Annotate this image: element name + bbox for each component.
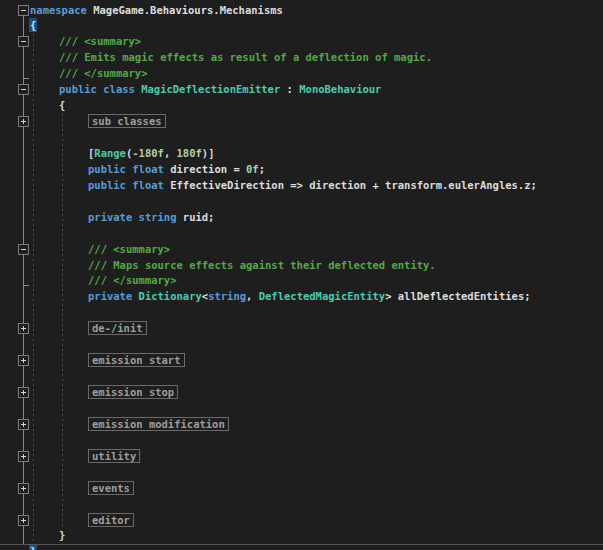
code-token[interactable]: > allDeflectedEntities; (385, 290, 530, 302)
code-line[interactable] (0, 305, 603, 321)
code-token[interactable]: namespace (30, 4, 87, 16)
code-token[interactable]: MonoBehaviour (299, 83, 381, 95)
fold-collapse-icon[interactable] (18, 5, 29, 16)
fold-expand-icon[interactable] (18, 355, 29, 366)
code-line[interactable]: public float EffectiveDirection => direc… (0, 178, 603, 194)
fold-expand-icon[interactable] (18, 515, 29, 526)
collapsed-region-box[interactable]: emission stop (88, 385, 178, 399)
code-line[interactable]: emission stop (0, 385, 603, 401)
code-line[interactable]: { (0, 98, 603, 114)
code-token[interactable]: direction = (170, 163, 246, 175)
code-line[interactable]: /// <summary> (0, 34, 603, 50)
code-line[interactable]: utility (0, 449, 603, 465)
code-token[interactable]: Range (94, 147, 126, 159)
code-token[interactable]: public class (59, 83, 141, 95)
code-token[interactable]: MageGame.Behaviours.Mechanisms (87, 4, 283, 16)
code-token[interactable]: private string (88, 211, 183, 223)
code-line[interactable]: [Range(-180f, 180f)] (0, 146, 603, 162)
fold-collapse-icon[interactable] (18, 84, 29, 95)
code-line[interactable] (0, 465, 603, 481)
code-token[interactable]: public float (88, 179, 170, 191)
code-line[interactable]: private string ruid; (0, 210, 603, 226)
code-line[interactable] (0, 194, 603, 210)
code-token[interactable]: /// Maps source effects against their de… (88, 259, 436, 271)
code-token[interactable]: DeflectedMagicEntity (259, 290, 385, 302)
code-line[interactable]: public class MagicDeflectionEmitter : Mo… (0, 82, 603, 98)
code-line[interactable]: sub classes (0, 114, 603, 130)
code-line[interactable]: private Dictionary<string, DeflectedMagi… (0, 289, 603, 305)
code-line[interactable] (0, 226, 603, 242)
code-token[interactable]: { (59, 99, 65, 111)
code-line[interactable] (0, 369, 603, 385)
code-token[interactable]: public float (88, 163, 170, 175)
code-line[interactable]: emission start (0, 353, 603, 369)
brace-match-token[interactable]: } (29, 544, 37, 550)
code-token[interactable]: ; (259, 163, 265, 175)
code-line[interactable]: emission modification (0, 417, 603, 433)
code-line[interactable]: editor (0, 513, 603, 529)
fold-expand-icon[interactable] (18, 387, 29, 398)
code-line[interactable]: } (0, 528, 603, 544)
code-token[interactable]: , (246, 290, 259, 302)
region-end-stub (24, 78, 29, 79)
code-token[interactable]: 0f (246, 163, 259, 175)
brace-match-token[interactable]: { (29, 18, 37, 32)
code-token[interactable]: -180f (132, 147, 164, 159)
fold-expand-icon[interactable] (18, 451, 29, 462)
code-line[interactable] (0, 401, 603, 417)
code-line[interactable] (0, 497, 603, 513)
code-line[interactable] (0, 433, 603, 449)
code-line[interactable]: public float direction = 0f; (0, 162, 603, 178)
collapsed-region-box[interactable]: emission start (88, 353, 185, 367)
code-line[interactable]: /// </summary> (0, 273, 603, 289)
fold-expand-icon[interactable] (18, 323, 29, 334)
code-line[interactable]: { (0, 18, 603, 34)
code-token[interactable]: , (164, 147, 177, 159)
code-line[interactable]: /// Maps source effects against their de… (0, 258, 603, 274)
code-line[interactable]: namespace MageGame.Behaviours.Mechanisms (0, 3, 603, 19)
collapsed-region-box[interactable]: editor (88, 513, 134, 527)
collapsed-region-box[interactable]: utility (88, 449, 140, 463)
code-token[interactable]: } (59, 529, 65, 541)
code-line[interactable]: /// Emits magic effects as result of a d… (0, 50, 603, 66)
code-token[interactable]: 180f (177, 147, 202, 159)
fold-expand-icon[interactable] (18, 483, 29, 494)
code-token[interactable]: )] (202, 147, 215, 159)
fold-collapse-icon[interactable] (18, 36, 29, 47)
code-token[interactable]: /// </summary> (88, 274, 177, 286)
code-token[interactable]: /// <summary> (59, 35, 141, 47)
fold-collapse-icon[interactable] (18, 244, 29, 255)
code-token[interactable]: : (280, 83, 299, 95)
code-line[interactable] (0, 337, 603, 353)
code-line[interactable]: events (0, 481, 603, 497)
code-line[interactable]: } (0, 544, 603, 550)
fold-expand-icon[interactable] (18, 116, 29, 127)
code-token[interactable]: /// Emits magic effects as result of a d… (59, 51, 432, 63)
code-token[interactable]: EffectiveDirection => direction + transf… (170, 179, 537, 191)
code-text-area[interactable]: namespace MageGame.Behaviours.Mechanisms… (0, 0, 603, 550)
code-token[interactable]: /// </summary> (59, 67, 148, 79)
code-line[interactable]: /// </summary> (0, 66, 603, 82)
collapsed-region-box[interactable]: emission modification (88, 417, 229, 431)
code-editor[interactable]: namespace MageGame.Behaviours.Mechanisms… (0, 0, 603, 550)
code-line[interactable]: de-/init (0, 321, 603, 337)
code-token[interactable]: private (88, 290, 139, 302)
code-line[interactable]: /// <summary> (0, 242, 603, 258)
collapsed-region-box[interactable]: sub classes (88, 114, 166, 128)
code-line[interactable] (0, 130, 603, 146)
collapsed-region-box[interactable]: de-/init (88, 321, 147, 335)
code-token[interactable]: /// <summary> (88, 243, 170, 255)
collapsed-region-box[interactable]: events (88, 481, 134, 495)
region-end-stub (24, 285, 29, 286)
code-token[interactable]: MagicDeflectionEmitter (141, 83, 280, 95)
fold-expand-icon[interactable] (18, 419, 29, 430)
code-token[interactable]: Dictionary (139, 290, 202, 302)
code-token[interactable]: string (208, 290, 246, 302)
code-token[interactable]: ruid; (183, 211, 215, 223)
